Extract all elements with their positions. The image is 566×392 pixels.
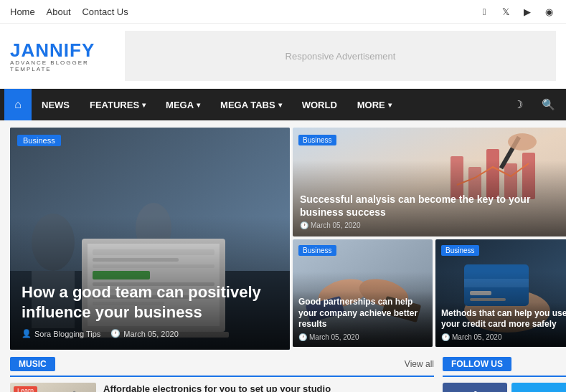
- logo-subtitle: ADVANCE BLOGGER TEMPLATE: [10, 59, 110, 72]
- creditcard-date: 🕐 March 05, 2020: [441, 333, 566, 341]
- creditcard-title: Methods that can help you use your credi…: [441, 308, 566, 330]
- hero-grid: Business How a good team can positively …: [10, 128, 566, 350]
- logo-part1: JANN: [10, 39, 64, 61]
- handshake-date: 🕐 March 05, 2020: [298, 333, 427, 341]
- music-title: MUSIC: [10, 357, 55, 371]
- right-top-date: 🕐 March 05, 2020: [300, 221, 566, 229]
- handshake-card[interactable]: Business Good partnerships can help your…: [293, 239, 433, 347]
- logo-part2: IFY: [64, 39, 95, 61]
- nav-features[interactable]: FEATURES ▾: [80, 89, 156, 120]
- follow-title: FOLLOW US: [443, 357, 511, 371]
- music-item[interactable]: Learn Affordable electronics for you to …: [10, 383, 434, 392]
- content-area: Business How a good team can positively …: [10, 128, 566, 392]
- youtube-icon[interactable]: ▶: [520, 4, 534, 19]
- music-item-title: Affordable electronics for you to set up…: [103, 383, 434, 392]
- top-social-icons:  𝕏 ▶ ◉: [477, 4, 556, 19]
- nav-home-icon[interactable]: ⌂: [4, 89, 32, 120]
- hero-right-column: Business Successful analysis can become …: [293, 128, 566, 347]
- creditcard-badge: Business: [441, 245, 479, 256]
- nav-about[interactable]: About: [47, 6, 71, 17]
- nav-mega[interactable]: MEGA ▾: [156, 89, 210, 120]
- main-content: Business How a good team can positively …: [0, 120, 566, 392]
- nav-home[interactable]: Home: [10, 6, 35, 17]
- hero-bottom-cards: Business Good partnerships can help your…: [293, 239, 566, 347]
- hero-main-author: 👤 Sora Blogging Tips: [22, 329, 100, 338]
- nav-mega-tabs[interactable]: MEGA TABS ▾: [210, 89, 292, 120]
- right-top-title: Successful analysis can become the key t…: [300, 193, 566, 219]
- nav-news[interactable]: NEWS: [32, 89, 80, 120]
- hero-main-title: How a good team can positively influence…: [22, 282, 278, 323]
- rss-icon[interactable]: ◉: [542, 4, 556, 19]
- follow-section: FOLLOW US f 1.5k t 3.1k: [443, 357, 566, 392]
- hero-main-image: Business How a good team can positively …: [10, 128, 290, 350]
- creditcard-card[interactable]: Business Methods that can help you use y…: [435, 239, 566, 347]
- hero-main-meta: 👤 Sora Blogging Tips 🕐 March 05, 2020: [22, 329, 278, 338]
- navbar: ⌂ NEWS FEATURES ▾ MEGA ▾ MEGA TABS ▾ WOR…: [0, 89, 566, 120]
- nav-more[interactable]: MORE ▾: [347, 89, 402, 120]
- right-top-badge: Business: [298, 133, 336, 145]
- social-buttons: f 1.5k t 3.1k: [443, 383, 566, 392]
- search-icon[interactable]: 🔍: [534, 89, 562, 120]
- handshake-title: Good partnerships can help your company …: [298, 297, 427, 330]
- logo-text: JANNIFY: [10, 39, 110, 62]
- twitter-follow-btn[interactable]: t 3.1k: [511, 383, 567, 392]
- nav-world[interactable]: WORLD: [292, 89, 347, 120]
- facebook-follow-btn[interactable]: f 1.5k: [443, 383, 507, 392]
- right-top-text: Successful analysis can become the key t…: [293, 186, 566, 236]
- hero-main-badge: Business: [17, 135, 61, 146]
- dark-mode-icon[interactable]: ☽: [504, 89, 532, 120]
- music-header: MUSIC View all: [10, 357, 434, 377]
- music-section: MUSIC View all: [10, 357, 434, 392]
- ad-banner: Responsive Advertisement: [125, 31, 556, 81]
- twitter-icon[interactable]: 𝕏: [499, 4, 513, 19]
- creditcard-text: Methods that can help you use your credi…: [435, 302, 566, 347]
- hero-right-top-article[interactable]: Business Successful analysis can become …: [293, 128, 566, 236]
- music-item-info: Affordable electronics for you to set up…: [103, 383, 434, 392]
- hero-main-article[interactable]: Business How a good team can positively …: [10, 128, 290, 350]
- hero-main-text: How a good team can positively influence…: [10, 271, 290, 350]
- music-thumbnail: Learn: [10, 383, 96, 392]
- music-tag: Learn: [14, 386, 37, 392]
- follow-header: FOLLOW US: [443, 357, 566, 377]
- hero-main-date: 🕐 March 05, 2020: [110, 329, 178, 338]
- site-logo[interactable]: JANNIFY ADVANCE BLOGGER TEMPLATE: [10, 39, 110, 72]
- handshake-text: Good partnerships can help your company …: [293, 291, 433, 347]
- facebook-icon[interactable]: : [477, 4, 491, 19]
- top-bar: Home About Contact Us  𝕏 ▶ ◉: [0, 0, 566, 24]
- top-nav: Home About Contact Us: [10, 6, 137, 17]
- music-view-all[interactable]: View all: [405, 359, 434, 369]
- site-header: JANNIFY ADVANCE BLOGGER TEMPLATE Respons…: [0, 24, 566, 89]
- nav-contact[interactable]: Contact Us: [82, 6, 128, 17]
- bottom-section: MUSIC View all: [10, 357, 566, 392]
- nav-right-icons: ☽ 🔍: [504, 89, 562, 120]
- handshake-badge: Business: [298, 245, 336, 256]
